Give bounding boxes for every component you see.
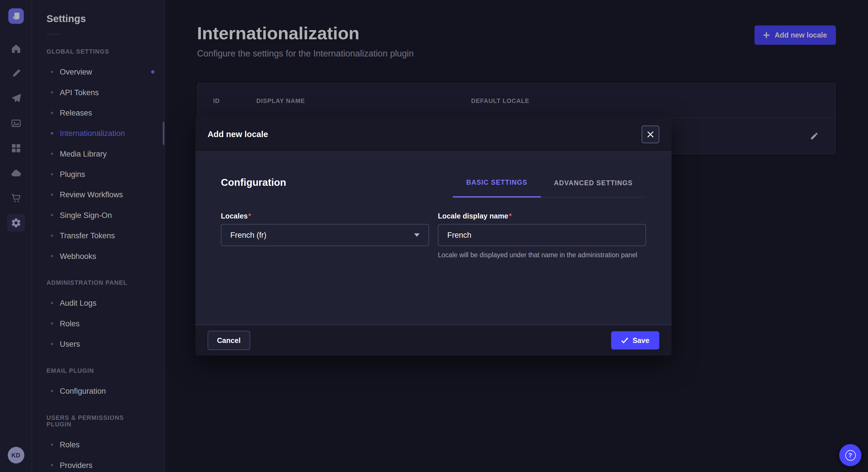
modal-title: Add new locale (208, 129, 268, 139)
modal-overlay: Add new locale Configuration BASIC SETTI… (0, 0, 868, 472)
save-button[interactable]: Save (611, 331, 659, 349)
tab-basic-settings[interactable]: BASIC SETTINGS (453, 176, 541, 197)
configuration-row: Configuration BASIC SETTINGS ADVANCED SE… (221, 176, 646, 197)
modal-footer: Cancel Save (195, 325, 672, 356)
close-icon[interactable] (642, 125, 659, 143)
locales-label-text: Locales (221, 212, 247, 220)
display-name-label: Locale display name* (438, 212, 646, 220)
locales-label: Locales* (221, 212, 429, 220)
locales-select[interactable]: French (fr) (221, 224, 429, 246)
help-button[interactable]: ? (839, 444, 861, 466)
app-window: KD Settings GLOBAL SETTINGS Overview API… (0, 0, 868, 472)
tab-advanced-settings[interactable]: ADVANCED SETTINGS (541, 176, 646, 197)
check-icon (621, 337, 628, 343)
configuration-title: Configuration (221, 176, 286, 189)
required-asterisk: * (248, 212, 251, 220)
form-fields: Locales* French (fr) Locale display name… (221, 212, 646, 260)
settings-tabs: BASIC SETTINGS ADVANCED SETTINGS (453, 176, 646, 197)
display-name-input[interactable] (438, 224, 646, 246)
chevron-down-icon (414, 233, 420, 237)
add-new-locale-modal: Add new locale Configuration BASIC SETTI… (195, 117, 672, 356)
display-name-label-text: Locale display name (438, 212, 508, 220)
locales-select-value: French (fr) (230, 231, 267, 239)
display-name-field: Locale display name* Locale will be disp… (438, 212, 646, 260)
save-button-label: Save (632, 336, 650, 345)
locales-field: Locales* French (fr) (221, 212, 429, 260)
modal-body: Configuration BASIC SETTINGS ADVANCED SE… (195, 152, 672, 325)
required-asterisk: * (509, 212, 512, 220)
display-name-hint: Locale will be displayed under that name… (438, 250, 646, 260)
question-mark-icon: ? (845, 450, 856, 461)
cancel-button[interactable]: Cancel (208, 331, 250, 350)
modal-header: Add new locale (195, 117, 672, 152)
